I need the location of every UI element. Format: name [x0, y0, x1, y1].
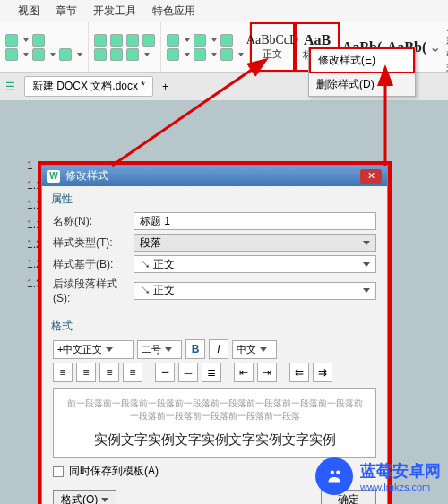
menu-modify-style[interactable]: 修改样式(E) [309, 47, 415, 73]
dialog-highlight-frame: W 修改样式 ✕ 属性 名称(N): 样式类型(T): 段落 样式基于(B): … [38, 161, 392, 504]
new-style-button[interactable]: A 新样式 [441, 22, 448, 72]
style-preview: 前一段落前一段落前一段落前一段落前一段落前一段落前一段落前一段落前一段落前一段落… [53, 388, 376, 458]
align-right-icon[interactable] [126, 34, 139, 47]
spacing-1-button[interactable]: ━ [155, 363, 175, 382]
watermark-url: www.lmkzs.com [360, 482, 430, 492]
align-left-button[interactable]: ≡ [53, 363, 73, 382]
fontcolor-icon[interactable] [5, 48, 18, 61]
numbers-icon[interactable] [194, 34, 206, 47]
indent-dec-button[interactable]: ⇤ [234, 363, 254, 382]
preview-gray-text: 前一段落前一段落前一段落前一段落前一段落前一段落前一段落前一段落前一段落前一段落… [63, 397, 366, 423]
align-right-button[interactable]: ≡ [99, 363, 119, 382]
dialog-title: 修改样式 [65, 168, 108, 184]
size-combo[interactable]: 二号 [137, 340, 182, 359]
dialog-icon: W [47, 170, 60, 183]
name-label: 名称(N): [53, 214, 130, 229]
list-group [161, 22, 250, 72]
modify-style-dialog: W 修改样式 ✕ 属性 名称(N): 样式类型(T): 段落 样式基于(B): … [41, 165, 388, 504]
outdent-button[interactable]: ⇇ [289, 363, 309, 382]
font-combo[interactable]: +中文正文 [53, 340, 134, 359]
menu-special[interactable]: 特色应用 [152, 4, 195, 19]
menubar: 视图 章节 开发工具 特色应用 [0, 0, 448, 22]
clipboard-group [0, 22, 89, 72]
spacing-3-button[interactable]: ≣ [202, 363, 221, 382]
app-menu-icon[interactable]: ☰ [5, 81, 15, 93]
style-context-menu: 修改样式(E) 删除样式(D) [308, 47, 416, 97]
indent-inc-icon[interactable] [110, 48, 123, 61]
dialog-titlebar: W 修改样式 ✕ [42, 166, 387, 186]
align-center-icon[interactable] [110, 34, 123, 47]
format-dropdown-button[interactable]: 格式(O) [53, 490, 116, 504]
eraser-icon[interactable] [32, 34, 45, 47]
lang-combo[interactable]: 中文 [232, 340, 277, 359]
linespacing-icon[interactable] [126, 48, 139, 61]
watermark: 蓝莓安卓网 www.lmkzs.com [315, 457, 441, 495]
bullets-icon[interactable] [167, 34, 179, 47]
type-label: 样式类型(T): [53, 235, 130, 251]
align-justify-button[interactable]: ≡ [123, 363, 142, 382]
menu-view[interactable]: 视图 [18, 4, 39, 19]
basedon-label: 样式基于(B): [53, 257, 130, 272]
italic-button[interactable]: I [209, 339, 228, 359]
border-icon[interactable] [167, 48, 179, 61]
case-icon[interactable] [59, 48, 72, 61]
follow-select[interactable]: ↘ 正文 [134, 282, 376, 300]
save-template-checkbox[interactable] [53, 466, 64, 477]
menu-delete-style[interactable]: 删除样式(D) [309, 73, 415, 96]
align-center-button[interactable]: ≡ [76, 363, 96, 382]
document-tab[interactable]: 新建 DOCX 文档.docx * [24, 76, 153, 97]
paragraph-group [89, 22, 161, 72]
indent-dec-icon[interactable] [94, 48, 107, 61]
watermark-logo-icon [315, 457, 353, 495]
align-justify-icon[interactable] [142, 34, 155, 47]
spacing-2-button[interactable]: ═ [178, 363, 198, 382]
save-template-label: 同时保存到模板(A) [69, 464, 159, 479]
font-icon[interactable] [5, 34, 18, 47]
tab-icon[interactable] [220, 48, 233, 61]
style-normal[interactable]: AaBbCcD 正文 [250, 22, 295, 72]
shading-icon[interactable] [194, 48, 206, 61]
align-left-icon[interactable] [94, 34, 107, 47]
menu-dev[interactable]: 开发工具 [93, 4, 136, 19]
highlight-icon[interactable] [32, 48, 45, 61]
bold-button[interactable]: B [185, 339, 205, 359]
new-tab-button[interactable]: + [162, 81, 168, 93]
type-select[interactable]: 段落 [134, 234, 376, 252]
close-button[interactable]: ✕ [360, 169, 382, 184]
name-input[interactable] [134, 212, 376, 230]
format-section-label: 格式 [42, 313, 387, 334]
follow-label: 后续段落样式(S): [53, 277, 130, 304]
props-section-label: 属性 [42, 186, 387, 207]
style-gallery-expand[interactable]: ⌄ [429, 22, 441, 72]
basedon-select[interactable]: ↘ 正文 [134, 255, 376, 273]
format-bar-2: ≡ ≡ ≡ ≡ ━ ═ ≣ ⇤ ⇥ ⇇ ⇉ [53, 363, 376, 382]
format-bar-1: +中文正文 二号 B I 中文 [53, 339, 376, 359]
menu-section[interactable]: 章节 [56, 4, 77, 19]
indent-button[interactable]: ⇉ [313, 363, 332, 382]
preview-sample-text: 实例文字实例文字实例文字实例文字实例 [63, 431, 366, 448]
multilevel-icon[interactable] [220, 34, 233, 47]
watermark-title: 蓝莓安卓网 [360, 460, 441, 482]
indent-inc-button[interactable]: ⇥ [257, 363, 277, 382]
